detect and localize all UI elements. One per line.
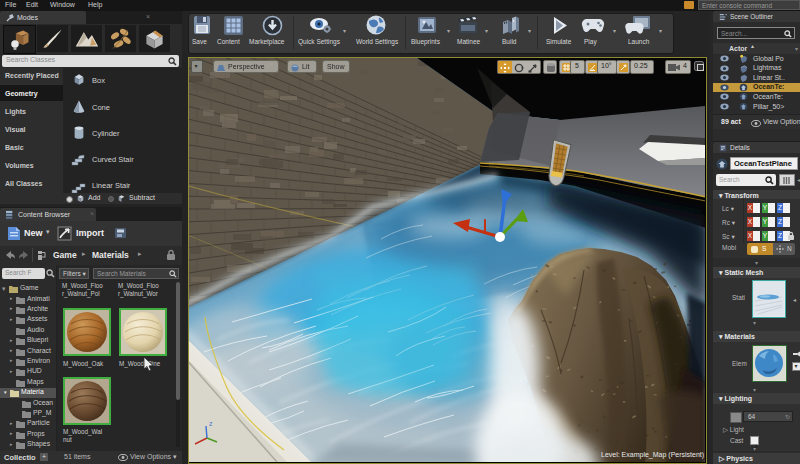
svg-text:Level: Example_Map (Persisten: Level: Example_Map (Persistent) xyxy=(601,451,704,459)
svg-text:z: z xyxy=(209,420,213,427)
